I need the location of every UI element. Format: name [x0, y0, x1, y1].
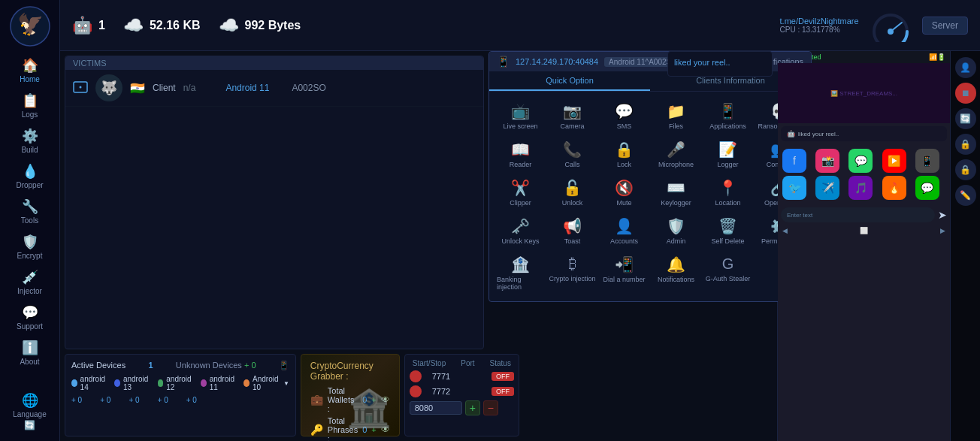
- grid-item-applications[interactable]: 📱Applications: [703, 98, 753, 134]
- tablet-icon: [73, 81, 88, 95]
- right-icon-lock2[interactable]: 🔒: [955, 159, 976, 180]
- svg-point-7: [80, 86, 82, 88]
- flag-icon: 🇮🇳: [130, 81, 145, 95]
- right-icon-user[interactable]: 👤: [955, 57, 976, 78]
- right-icon-refresh[interactable]: 🔄: [955, 108, 976, 129]
- grid-item-self-delete[interactable]: 🗑️Self Delete: [703, 213, 753, 249]
- svg-text:🦅: 🦅: [17, 12, 43, 37]
- middle-panel: 📱 127.14.249.170:40484 Android 11^A002SO…: [488, 51, 777, 441]
- sidebar-item-build[interactable]: ⚙️ Build: [0, 123, 59, 159]
- grid-item-dial-a-number[interactable]: 📲Dial a number: [599, 251, 649, 295]
- sidebar-item-about[interactable]: ℹ️ About: [0, 335, 59, 370]
- table-row[interactable]: 🐺 🇮🇳 Client n/a Android 11 A002SO: [65, 70, 483, 107]
- bank-icon: 🏦: [346, 388, 392, 430]
- sidebar-item-tools[interactable]: 🔧 Tools: [0, 194, 59, 229]
- grid-item-admin[interactable]: 🛡️Admin: [651, 213, 701, 249]
- topbar-center: t.me/DevilzNightmare CPU : 13.31778% Ser…: [780, 9, 968, 42]
- sidebar-item-logs[interactable]: 📋 Logs: [0, 88, 59, 123]
- grid-item-reader[interactable]: 📖Reader: [495, 136, 546, 173]
- bottom-stats-row: Active Devices 1 Unknown Devices + 0 📱 a…: [65, 354, 484, 436]
- phone-home-circle: ⬜: [860, 227, 868, 234]
- telegram-link: t.me/DevilzNightmare CPU : 13.31778%: [780, 17, 859, 34]
- grid-item-crypto-injection[interactable]: ₿Crypto injection: [547, 251, 597, 295]
- grid-item-notifications[interactable]: 🔔Notifications: [651, 251, 701, 295]
- grid-item-calls[interactable]: 📞Calls: [547, 136, 597, 173]
- grid-item-live-screen[interactable]: 📺Live screen: [495, 98, 546, 134]
- phone-app-grid: f 📸 💬 ▶️ 📱 🐦 ✈️ 🎵 🔥 💬: [778, 144, 950, 204]
- active-devices-panel: Active Devices 1 Unknown Devices + 0 📱 a…: [65, 354, 296, 436]
- grid-item-toast[interactable]: 📢Toast: [547, 213, 597, 249]
- injector-icon: 💉: [22, 269, 38, 285]
- victims-header: VICTIMS: [65, 56, 483, 70]
- dropper-icon: 💧: [22, 163, 38, 180]
- right-icon-edit[interactable]: ✏️: [955, 185, 976, 206]
- device-counts-row: + 0 + 0 + 0 + 0 + 0: [71, 396, 289, 404]
- device-versions-row: android 14 android 13 android 12 an: [71, 375, 289, 391]
- grid-item-lock[interactable]: 🔒Lock: [599, 136, 649, 173]
- server-button[interactable]: Server: [922, 17, 968, 35]
- victim-info: Client n/a Android 11 A002SO: [153, 83, 476, 93]
- grid-item-unlock-keys[interactable]: 🗝️Unlock Keys: [495, 213, 546, 249]
- phone-app-facebook: f: [782, 149, 806, 173]
- speedometer: [868, 9, 913, 42]
- logs-icon: 📋: [22, 92, 38, 109]
- sidebar-item-support[interactable]: 💬 Support: [0, 300, 59, 335]
- device-android14: android 14: [71, 375, 107, 391]
- grid-item-keylogger[interactable]: ⌨️Keylogger: [651, 174, 701, 211]
- android-dot: [71, 379, 77, 387]
- stop-button-1[interactable]: [410, 370, 422, 382]
- sidebar-item-injector[interactable]: 💉 Injector: [0, 264, 59, 300]
- phone-app-whatsapp: 💬: [848, 149, 873, 173]
- phone-banner: 🖼️ STREET_DREAMS...: [827, 87, 900, 100]
- phone-app-other1: 📱: [915, 149, 939, 173]
- grid-item-camera[interactable]: 📷Camera: [547, 98, 597, 134]
- download-stat: ☁️ 992 Bytes: [219, 16, 301, 35]
- grid-item-unlock[interactable]: 🔓Unlock: [547, 174, 597, 211]
- grid-item-accounts[interactable]: 👤Accounts: [599, 213, 649, 249]
- phone-send-icon: ➤: [938, 209, 947, 221]
- phone-app-other2: 🎵: [848, 176, 873, 200]
- port-input[interactable]: [410, 401, 462, 415]
- device-android13: android 13: [114, 375, 150, 391]
- grid-item-location[interactable]: 📍Location: [703, 174, 753, 211]
- grid-item-mute[interactable]: 🔇Mute: [599, 174, 649, 211]
- client-popup: 📱 127.14.249.170:40484 Android 11^A002SO…: [488, 51, 812, 302]
- grid-item-microphone[interactable]: 🎤Microphone: [651, 136, 701, 173]
- grid-item-logger[interactable]: 📝Logger: [703, 136, 753, 173]
- grid-item-sms[interactable]: 💬SMS: [599, 98, 649, 134]
- notif-panel-header: liked your reel..: [674, 58, 766, 67]
- grid-item-g-auth-stealer[interactable]: GG-Auth Stealer: [703, 251, 753, 295]
- home-icon: 🏠: [22, 57, 38, 74]
- download-icon: ☁️: [219, 16, 239, 35]
- right-icon-lock1[interactable]: 🔒: [955, 134, 976, 155]
- wallet-icon: 💼: [310, 394, 323, 406]
- grid-item-banking-injection[interactable]: 🏦Banking injection: [495, 251, 546, 295]
- sidebar-item-home[interactable]: 🏠 Home: [0, 53, 59, 88]
- sidebar: 🦅 🏠 Home 📋 Logs ⚙️ Build 💧 Dropper 🔧 Too…: [0, 0, 60, 441]
- language-icon: 🌐: [22, 392, 38, 409]
- add-port-button[interactable]: +: [465, 400, 480, 415]
- phone-bottom-bar: Enter text ➤: [778, 204, 950, 225]
- support-icon: 💬: [22, 304, 38, 321]
- stop-button-2[interactable]: [410, 385, 422, 397]
- victims-panel: VICTIMS 🐺 🇮🇳 Client n/: [65, 56, 484, 349]
- svg-line-5: [891, 23, 902, 32]
- tab-quick-option[interactable]: Quick Option: [489, 71, 650, 91]
- phone-small-icon: 📱: [497, 56, 510, 68]
- sidebar-item-encrypt[interactable]: 🛡️ Encrypt: [0, 229, 59, 264]
- phone-recent-icon: ▶: [940, 227, 945, 234]
- upload-icon: ☁️: [123, 16, 144, 35]
- phone-screen-panel: ● Connected 📶🔋 🖼️ STREET_DREAMS... 🤖 lik…: [777, 51, 950, 441]
- phone-nav: ◀ ⬜ ▶: [778, 225, 950, 236]
- sidebar-item-language[interactable]: 🌐 Language 🔄: [0, 388, 59, 435]
- phone-app-telegram: ✈️: [815, 176, 839, 200]
- avatar: 🐺: [95, 74, 122, 101]
- crypto-panel: CryptoCurrency Grabber : 💼 Total Wallets…: [301, 354, 400, 436]
- sidebar-item-dropper[interactable]: 💧 Dropper: [0, 159, 59, 194]
- phone-status-icons: 📶🔋: [929, 53, 945, 61]
- grid-item-files[interactable]: 📁Files: [651, 98, 701, 134]
- right-icon-stop[interactable]: ⏹: [955, 83, 976, 104]
- grid-item-clipper[interactable]: ✂️Clipper: [495, 174, 546, 211]
- chevron-down-icon: ▼: [283, 380, 289, 387]
- device-android10: Android 10 ▼: [243, 375, 289, 391]
